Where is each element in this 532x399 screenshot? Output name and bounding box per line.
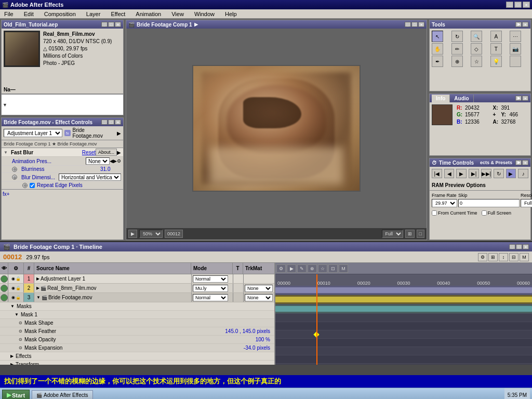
safe-areas-btn[interactable]: ⊞ bbox=[405, 230, 415, 238]
comp-close[interactable]: × bbox=[418, 22, 424, 27]
step-fwd-frame[interactable]: ▶| bbox=[469, 169, 479, 178]
layer3-lock[interactable]: 🔒 bbox=[16, 295, 21, 300]
layer3-expand[interactable]: ▼ bbox=[36, 295, 41, 300]
info-close[interactable]: × bbox=[522, 96, 528, 101]
comp-window-controls[interactable]: _ □ × bbox=[405, 22, 424, 27]
loop-btn[interactable]: ↻ bbox=[494, 169, 504, 178]
anim-preset-select[interactable]: None bbox=[86, 157, 110, 165]
layer3-trk-select[interactable]: None bbox=[245, 294, 273, 301]
blurriness-value[interactable]: 31.0 bbox=[100, 166, 121, 172]
project-list[interactable]: ▼ bbox=[2, 94, 123, 115]
tool-more[interactable]: ⋯ bbox=[510, 31, 521, 42]
time-close[interactable]: × bbox=[522, 160, 528, 165]
timeline-close[interactable]: × bbox=[523, 244, 529, 249]
fast-blur-expand[interactable]: ▼ bbox=[4, 150, 8, 155]
effects-minimize[interactable]: _ bbox=[101, 119, 108, 125]
menu-window[interactable]: Window bbox=[192, 11, 217, 17]
taskbar-ae[interactable]: 🎬 Adobe After Effects bbox=[32, 390, 92, 400]
menu-edit[interactable]: Edit bbox=[22, 11, 36, 17]
info-expand[interactable]: ▶ bbox=[515, 96, 522, 101]
effects-expand[interactable]: ▶ bbox=[10, 354, 14, 358]
timeline-minimize[interactable]: _ bbox=[509, 244, 515, 249]
masks-expand[interactable]: ▼ bbox=[10, 304, 15, 309]
project-close[interactable]: × bbox=[115, 22, 121, 27]
eye-icon-1[interactable] bbox=[1, 275, 8, 283]
time-display[interactable]: 00012 bbox=[165, 230, 183, 238]
add-effect-icon[interactable]: fx+ bbox=[3, 191, 10, 197]
preset-options[interactable]: ⚙ bbox=[117, 158, 121, 164]
ram-preview-btn[interactable]: ▶ bbox=[506, 169, 516, 178]
prev-preset[interactable]: ◀ bbox=[110, 158, 113, 164]
skip-input[interactable] bbox=[458, 199, 520, 207]
blur-dim-stopwatch[interactable]: ⊙ bbox=[12, 175, 17, 180]
tl-btn-3[interactable]: ↕ bbox=[499, 253, 508, 261]
repeat-edge-stopwatch[interactable]: ⊙ bbox=[22, 183, 28, 188]
tool-rotate[interactable]: ↻ bbox=[451, 31, 463, 42]
blurriness-stopwatch[interactable]: ⊙ bbox=[12, 167, 17, 172]
app-window-controls[interactable]: _ □ × bbox=[506, 2, 530, 8]
track-icon-5[interactable]: ☆ bbox=[318, 264, 327, 273]
layer2-solo[interactable]: ◉ bbox=[11, 286, 15, 290]
tool-brush[interactable]: ✏ bbox=[451, 43, 463, 55]
layer2-eye[interactable] bbox=[0, 284, 8, 292]
region-interest-btn[interactable]: □ bbox=[417, 230, 424, 238]
mask-expansion-value[interactable]: -34.0 pixels bbox=[244, 345, 270, 351]
transform-expand[interactable]: ▶ bbox=[10, 362, 14, 365]
track-icon-6[interactable]: ⊡ bbox=[328, 264, 338, 273]
minimize-btn[interactable]: _ bbox=[506, 2, 513, 8]
full-screen-check[interactable] bbox=[482, 210, 487, 216]
mask-feather-value[interactable]: 145.0 , 145.0 pixels bbox=[225, 328, 270, 334]
tl-btn-1[interactable]: ⚙ bbox=[478, 253, 487, 261]
track-row-3[interactable] bbox=[275, 304, 532, 314]
menu-file[interactable]: File bbox=[2, 11, 16, 17]
maximize-btn[interactable]: □ bbox=[514, 2, 522, 8]
tab-info[interactable]: Info bbox=[432, 95, 450, 102]
layer1-solo[interactable]: ◉ bbox=[11, 276, 15, 281]
tools-close[interactable]: × bbox=[522, 22, 528, 27]
eye-icon-2[interactable] bbox=[1, 285, 8, 292]
about-button[interactable]: About... bbox=[96, 149, 117, 156]
comp-minimize[interactable]: _ bbox=[405, 22, 411, 27]
tl-btn-4[interactable]: ⊟ bbox=[509, 253, 518, 261]
tool-shape[interactable]: T bbox=[490, 43, 502, 55]
tool-camera[interactable]: 📷 bbox=[510, 43, 521, 55]
timeline-maximize[interactable]: □ bbox=[516, 244, 522, 249]
layer3-solo[interactable]: ◉ bbox=[11, 295, 15, 300]
tool-null[interactable] bbox=[510, 56, 521, 67]
tool-pen[interactable]: ✒ bbox=[432, 56, 443, 67]
from-current-check[interactable] bbox=[432, 210, 437, 216]
track-icon-4[interactable]: ⊕ bbox=[308, 264, 317, 273]
project-maximize[interactable]: □ bbox=[108, 22, 114, 27]
goto-first-frame[interactable]: |◀ bbox=[432, 169, 442, 178]
menu-animation[interactable]: Animation bbox=[134, 11, 163, 17]
time-expand[interactable]: ▶ bbox=[515, 160, 522, 165]
tl-btn-2[interactable]: ⊞ bbox=[488, 253, 498, 261]
tool-light[interactable]: 💡 bbox=[490, 56, 502, 67]
goto-last-frame[interactable]: ▶▶| bbox=[481, 169, 491, 178]
menu-layer[interactable]: Layer bbox=[84, 11, 103, 17]
tool-text[interactable]: A bbox=[490, 31, 502, 42]
menu-effect[interactable]: Effect bbox=[109, 11, 127, 17]
track-icon-1[interactable]: ⚙ bbox=[276, 264, 286, 273]
layer2-mode-select[interactable]: Mu.ly bbox=[193, 285, 228, 292]
zoom-select[interactable]: 50% bbox=[139, 230, 163, 238]
track-icon-3[interactable]: ✎ bbox=[297, 264, 307, 273]
layer-selector[interactable]: Adjustment Layer 1 bbox=[4, 129, 62, 137]
quality-select[interactable]: Full bbox=[382, 230, 403, 238]
mask1-expand[interactable]: ▼ bbox=[15, 312, 19, 317]
track-row-1[interactable] bbox=[275, 286, 532, 295]
repeat-edge-checkbox[interactable] bbox=[30, 183, 35, 188]
menu-view[interactable]: View bbox=[169, 11, 186, 17]
audio-preview-btn[interactable]: ♪ bbox=[518, 169, 528, 178]
menu-composition[interactable]: Composition bbox=[42, 11, 78, 17]
close-btn[interactable]: × bbox=[523, 2, 530, 8]
project-minimize[interactable]: _ bbox=[101, 22, 108, 27]
play-btn[interactable]: ▶ bbox=[456, 169, 467, 178]
layer1-expand[interactable]: ▶ bbox=[36, 276, 39, 281]
layer2-lock[interactable]: 🔒 bbox=[16, 286, 21, 290]
eye-icon-3[interactable] bbox=[1, 294, 8, 301]
mask-opacity-value[interactable]: 100 % bbox=[256, 337, 270, 342]
effects-maximize[interactable]: □ bbox=[108, 119, 114, 125]
tool-select[interactable]: ↖ bbox=[432, 31, 443, 42]
track-icon-7[interactable]: M bbox=[339, 264, 348, 273]
